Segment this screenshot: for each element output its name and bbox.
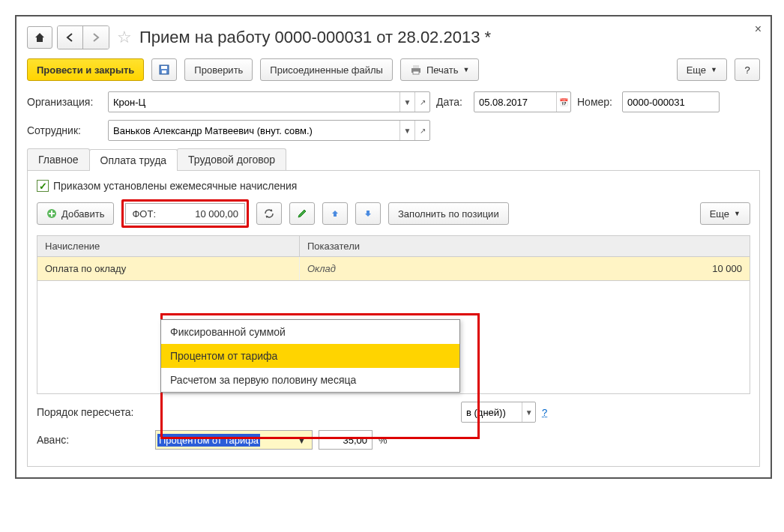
- verify-button[interactable]: Проверить: [184, 58, 253, 81]
- monthly-accruals-checkbox-row: ✓ Приказом установлены ежемесячные начис…: [37, 180, 750, 192]
- post-and-close-button[interactable]: Провести и закрыть: [27, 58, 144, 81]
- employee-row: Сотрудник: ▼ ↗: [27, 120, 760, 141]
- employee-input[interactable]: [109, 121, 399, 140]
- arrow-up-icon: [331, 209, 340, 218]
- chevron-down-icon: ▼: [463, 66, 470, 73]
- svg-rect-2: [162, 70, 166, 73]
- main-toolbar: Провести и закрыть Проверить Присоединен…: [27, 58, 760, 81]
- chevron-down-icon: ▼: [734, 210, 741, 217]
- advance-label: Аванс:: [37, 434, 149, 446]
- back-button[interactable]: [58, 26, 83, 49]
- print-button[interactable]: Печать ▼: [400, 58, 480, 81]
- col-accrual: Начисление: [37, 236, 300, 256]
- chevron-down-icon[interactable]: ▼: [297, 435, 312, 446]
- fot-highlight: ФОТ: 10 000,00: [121, 199, 249, 228]
- date-input[interactable]: [474, 92, 556, 112]
- advance-row: Аванс: Процентом от тарифа ▼ %: [37, 430, 750, 450]
- page-title: Прием на работу 0000-000031 от 28.02.201…: [139, 28, 491, 47]
- employee-label: Сотрудник:: [27, 124, 102, 136]
- help-button[interactable]: ?: [735, 58, 760, 81]
- pencil-icon: [297, 208, 307, 219]
- titlebar: ☆ Прием на работу 0000-000031 от 28.02.2…: [27, 25, 760, 49]
- refresh-icon: [264, 208, 274, 219]
- chevron-down-icon: ▼: [711, 66, 717, 73]
- recalc-row: Порядок пересчета: ▼ ?: [37, 402, 750, 423]
- attachments-button[interactable]: Присоединенные файлы: [260, 58, 393, 81]
- refresh-button[interactable]: [256, 202, 282, 225]
- advance-type-value: Процентом от тарифа: [157, 434, 260, 447]
- employee-field[interactable]: ▼ ↗: [108, 120, 430, 141]
- tab-contract[interactable]: Трудовой договор: [177, 148, 286, 170]
- chevron-down-icon[interactable]: ▼: [399, 121, 414, 140]
- fot-display: ФОТ: 10 000,00: [125, 203, 245, 224]
- svg-rect-4: [413, 65, 419, 68]
- number-field[interactable]: [622, 91, 720, 112]
- cell-accrual-name: Оплата по окладу: [37, 257, 300, 280]
- org-input[interactable]: [109, 92, 399, 112]
- date-label: Дата:: [436, 96, 468, 108]
- move-down-button[interactable]: [355, 202, 381, 225]
- advance-type-dropdown: Фиксированной суммой Процентом от тарифа…: [160, 319, 460, 393]
- number-label: Номер:: [577, 96, 616, 108]
- forward-button[interactable]: [83, 26, 109, 49]
- nav-back-forward: [57, 25, 109, 49]
- fot-value: 10 000,00: [162, 208, 244, 220]
- floppy-icon: [158, 64, 170, 76]
- fot-label: ФОТ:: [126, 208, 162, 220]
- recalc-input[interactable]: [462, 402, 522, 422]
- tabs: Главное Оплата труда Трудовой договор: [27, 148, 760, 171]
- chevron-down-icon[interactable]: ▼: [522, 402, 535, 422]
- document-window: × ☆ Прием на работу 0000-000031 от 28.02…: [15, 15, 772, 479]
- table-header: Начисление Показатели: [37, 236, 750, 257]
- dropdown-item-percent[interactable]: Процентом от тарифа: [161, 344, 459, 368]
- svg-rect-1: [161, 66, 167, 69]
- dropdown-item-halfmonth[interactable]: Расчетом за первую половину месяца: [161, 368, 459, 392]
- accruals-toolbar: Добавить ФОТ: 10 000,00 Заполнить по поз…: [37, 199, 750, 228]
- arrow-down-icon: [364, 209, 373, 218]
- org-row: Организация: ▼ ↗ Дата: 📅 Номер:: [27, 91, 760, 112]
- open-icon[interactable]: ↗: [414, 121, 429, 140]
- advance-percent-input[interactable]: [319, 430, 373, 450]
- recalc-field[interactable]: ▼: [461, 402, 536, 423]
- panel-more-button[interactable]: Еще ▼: [700, 202, 750, 225]
- more-button[interactable]: Еще ▼: [677, 58, 727, 81]
- org-field[interactable]: ▼ ↗: [108, 91, 430, 112]
- bottom-area: Фиксированной суммой Процентом от тарифа…: [37, 402, 750, 450]
- cell-value: 10 000: [667, 257, 750, 280]
- help-link[interactable]: ?: [542, 407, 547, 418]
- svg-rect-5: [413, 71, 419, 74]
- date-field[interactable]: 📅: [474, 91, 571, 112]
- number-input[interactable]: [623, 92, 719, 112]
- save-button[interactable]: [151, 58, 177, 81]
- chevron-down-icon[interactable]: ▼: [399, 92, 414, 112]
- percent-unit: %: [379, 435, 388, 446]
- move-up-button[interactable]: [322, 202, 348, 225]
- plus-icon: [46, 208, 57, 219]
- close-icon[interactable]: ×: [755, 22, 762, 36]
- tab-payroll[interactable]: Оплата труда: [89, 149, 178, 171]
- edit-button[interactable]: [289, 202, 315, 225]
- add-button[interactable]: Добавить: [37, 202, 114, 225]
- open-icon[interactable]: ↗: [414, 92, 429, 112]
- payroll-panel: ✓ Приказом установлены ежемесячные начис…: [27, 171, 760, 467]
- checkbox-label: Приказом установлены ежемесячные начисле…: [53, 180, 297, 192]
- fill-by-position-button[interactable]: Заполнить по позиции: [388, 202, 509, 225]
- table-row[interactable]: Оплата по окладу Оклад 10 000: [37, 257, 750, 281]
- org-label: Организация:: [27, 96, 102, 108]
- tab-main[interactable]: Главное: [27, 148, 90, 170]
- calendar-icon[interactable]: 📅: [556, 92, 570, 112]
- advance-type-field[interactable]: Процентом от тарифа ▼: [155, 430, 313, 450]
- favorite-star-icon[interactable]: ☆: [117, 28, 132, 47]
- col-indicators: Показатели: [300, 236, 750, 256]
- cell-indicator: Оклад: [300, 257, 667, 280]
- recalc-label: Порядок пересчета:: [37, 406, 149, 418]
- printer-icon: [410, 64, 422, 75]
- dropdown-item-fixed[interactable]: Фиксированной суммой: [161, 320, 459, 344]
- home-button[interactable]: [27, 26, 52, 49]
- checkbox-icon[interactable]: ✓: [37, 180, 49, 192]
